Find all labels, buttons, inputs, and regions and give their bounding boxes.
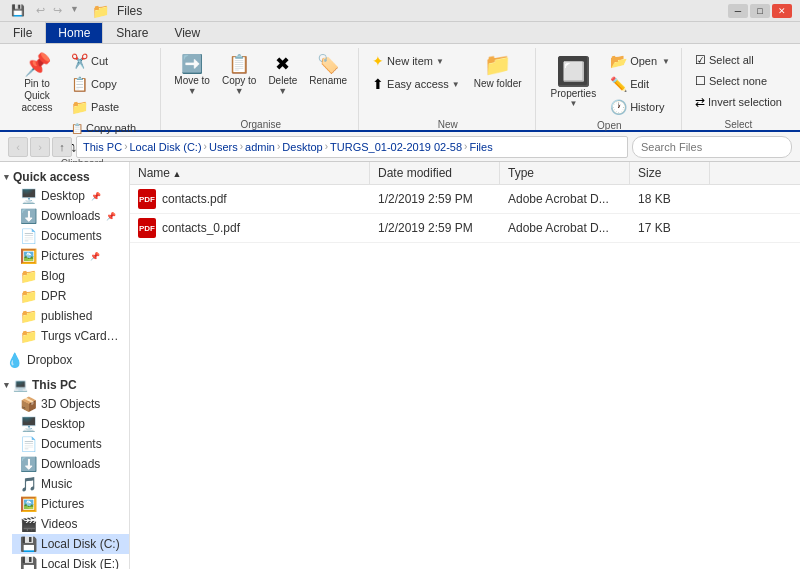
column-header-type[interactable]: Type [500, 162, 630, 184]
sidebar-item-3d-objects[interactable]: 📦 3D Objects [12, 394, 129, 414]
sidebar-item-music[interactable]: 🎵 Music [12, 474, 129, 494]
copy-to-button[interactable]: 📋 Copy to ▼ [217, 50, 261, 99]
path-users[interactable]: Users [209, 141, 238, 153]
local-disk-c-icon: 💾 [20, 536, 37, 552]
column-header-size[interactable]: Size [630, 162, 710, 184]
history-button[interactable]: 🕐 History [605, 96, 675, 118]
music-icon: 🎵 [20, 476, 37, 492]
column-header-date[interactable]: Date modified [370, 162, 500, 184]
file-row-contacts-0[interactable]: PDF contacts_0.pdf 1/2/2019 2:59 PM Adob… [130, 214, 800, 243]
file-list-header: Name Date modified Type Size [130, 162, 800, 185]
close-button[interactable]: ✕ [772, 4, 792, 18]
address-path[interactable]: This PC › Local Disk (C:) › Users › admi… [76, 136, 628, 158]
select-none-button[interactable]: ☐ Select none [690, 71, 787, 91]
sidebar-item-local-disk-c[interactable]: 💾 Local Disk (C:) [12, 534, 129, 554]
up-button[interactable]: ↑ [52, 137, 72, 157]
edit-button[interactable]: ✏️ Edit [605, 73, 675, 95]
rename-button[interactable]: 🏷️ Rename [304, 50, 352, 89]
dropbox-section: 💧 Dropbox [0, 350, 129, 370]
back-button[interactable]: ‹ [8, 137, 28, 157]
turgs-vcard-icon: 📁 [20, 328, 37, 344]
undo-btn[interactable]: ↩ [33, 3, 48, 18]
path-desktop[interactable]: Desktop [282, 141, 322, 153]
path-files[interactable]: Files [469, 141, 492, 153]
tab-file[interactable]: File [0, 22, 45, 43]
file-row-contacts[interactable]: PDF contacts.pdf 1/2/2019 2:59 PM Adobe … [130, 185, 800, 214]
new-folder-button[interactable]: 📁 New folder [467, 50, 529, 93]
quick-access-section: ▾ Quick access 🖥️ Desktop 📌 ⬇️ Downloads… [0, 166, 129, 346]
sidebar-item-desktop-qa[interactable]: 🖥️ Desktop 📌 [12, 186, 129, 206]
path-admin[interactable]: admin [245, 141, 275, 153]
copy-button[interactable]: 📋 Copy [66, 73, 154, 95]
delete-arrow: ▼ [278, 86, 287, 96]
redo-btn[interactable]: ↪ [50, 3, 65, 18]
title-bar-controls: ─ □ ✕ [728, 4, 792, 18]
sidebar-item-dropbox[interactable]: 💧 Dropbox [0, 350, 129, 370]
column-header-name[interactable]: Name [130, 162, 370, 184]
tab-share[interactable]: Share [103, 22, 161, 43]
sidebar-item-published[interactable]: 📁 published [12, 306, 129, 326]
forward-button[interactable]: › [30, 137, 50, 157]
path-sep-2: › [204, 141, 207, 152]
minimize-button[interactable]: ─ [728, 4, 748, 18]
paste-button[interactable]: 📁 Paste [66, 96, 154, 118]
new-content: ✦ New item ▼ ⬆ Easy access ▼ 📁 New folde… [367, 50, 528, 117]
copy-to-arrow: ▼ [235, 86, 244, 96]
copy-icon: 📋 [71, 76, 88, 92]
dropdown-arrow[interactable]: ▼ [67, 3, 82, 18]
open-arrow: ▼ [662, 57, 670, 66]
sidebar-item-pictures-qa[interactable]: 🖼️ Pictures 📌 [12, 246, 129, 266]
copy-to-icon: 📋 [228, 53, 250, 75]
open-button[interactable]: 📂 Open ▼ [605, 50, 675, 72]
cut-button[interactable]: ✂️ Cut [66, 50, 154, 72]
tab-home[interactable]: Home [45, 22, 103, 43]
copy-path-button[interactable]: 📋 Copy path [66, 119, 154, 137]
new-folder-icon: 📁 [484, 54, 511, 76]
invert-selection-button[interactable]: ⇄ Invert selection [690, 92, 787, 112]
search-input[interactable] [632, 136, 792, 158]
maximize-button[interactable]: □ [750, 4, 770, 18]
properties-button[interactable]: 🔲 Properties ▼ [544, 50, 604, 113]
open-icon: 📂 [610, 53, 627, 69]
published-icon: 📁 [20, 308, 37, 324]
sidebar-item-videos[interactable]: 🎬 Videos [12, 514, 129, 534]
pictures-qa-icon: 🖼️ [20, 248, 37, 264]
quick-access-arrow: ▾ [4, 172, 9, 182]
pin-desktop-icon: 📌 [91, 192, 101, 201]
file-date-contacts-0: 1/2/2019 2:59 PM [370, 217, 500, 239]
sidebar-item-desktop-pc[interactable]: 🖥️ Desktop [12, 414, 129, 434]
ribbon-tabs: File Home Share View [0, 22, 800, 44]
move-to-button[interactable]: ➡️ Move to ▼ [169, 50, 215, 99]
this-pc-header[interactable]: ▾ 💻 This PC [0, 374, 129, 394]
select-all-button[interactable]: ☑ Select all [690, 50, 787, 70]
quick-access-items: 🖥️ Desktop 📌 ⬇️ Downloads 📌 📄 Documents … [0, 186, 129, 346]
path-sep-6: › [464, 141, 467, 152]
quick-access-header[interactable]: ▾ Quick access [0, 166, 129, 186]
this-pc-label: This PC [32, 378, 77, 392]
delete-button[interactable]: ✖ Delete ▼ [263, 50, 302, 99]
new-item-button[interactable]: ✦ New item ▼ [367, 50, 465, 72]
sidebar-item-dpr[interactable]: 📁 DPR [12, 286, 129, 306]
paste-icon: 📁 [71, 99, 88, 115]
sidebar-item-downloads-pc[interactable]: ⬇️ Downloads [12, 454, 129, 474]
easy-access-button[interactable]: ⬆ Easy access ▼ [367, 73, 465, 95]
pin-to-quick-access-button[interactable]: 📌 Pin to Quick access [10, 50, 64, 118]
sidebar-item-blog[interactable]: 📁 Blog [12, 266, 129, 286]
ribbon: 📌 Pin to Quick access ✂️ Cut 📋 Copy 📁 Pa… [0, 44, 800, 132]
file-name-contacts: PDF contacts.pdf [130, 185, 370, 213]
tab-view[interactable]: View [161, 22, 213, 43]
sidebar-item-documents-pc[interactable]: 📄 Documents [12, 434, 129, 454]
pin-pictures-icon: 📌 [90, 252, 100, 261]
rename-icon: 🏷️ [317, 53, 339, 75]
sidebar-item-turgs-vcard[interactable]: 📁 Turgs vCard Con [12, 326, 129, 346]
sidebar-item-local-disk-e[interactable]: 💾 Local Disk (E:) [12, 554, 129, 569]
local-disk-e-icon: 💾 [20, 556, 37, 569]
sidebar-item-pictures-pc[interactable]: 🖼️ Pictures [12, 494, 129, 514]
path-local-disk-c[interactable]: Local Disk (C:) [129, 141, 201, 153]
path-turgs[interactable]: TURGS_01-02-2019 02-58 [330, 141, 462, 153]
path-this-pc[interactable]: This PC [83, 141, 122, 153]
sidebar-item-downloads-qa[interactable]: ⬇️ Downloads 📌 [12, 206, 129, 226]
quick-access-toolbar[interactable]: 💾 [8, 3, 28, 18]
sidebar-item-documents-qa[interactable]: 📄 Documents [12, 226, 129, 246]
window-title: Files [117, 4, 142, 18]
